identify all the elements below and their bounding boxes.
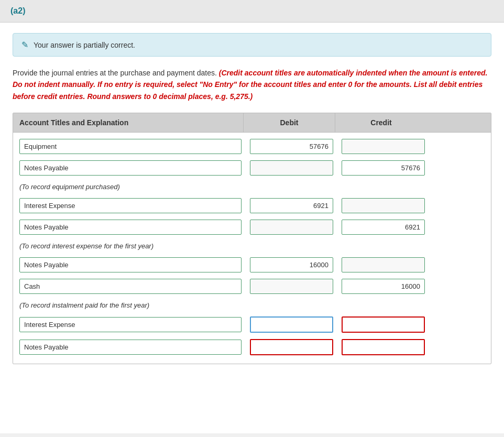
entry2-description: (To record interest expense for the firs… [15, 239, 489, 255]
entry1-row1-debit-input[interactable] [250, 139, 333, 154]
entry4-row1-credit-input[interactable] [342, 316, 425, 333]
entry2-row1-account-cell [15, 196, 246, 215]
entry3-row1 [15, 255, 489, 275]
entry4-row2-credit-cell [337, 337, 429, 357]
instructions-prefix: Provide the journal entries at the purch… [13, 69, 217, 77]
entry4-row1-account-cell [15, 315, 246, 334]
entry4-row2-account-cell [15, 337, 246, 357]
entry4-row1-debit-cell [246, 314, 337, 335]
entry4-row1-account-input[interactable] [19, 317, 242, 332]
entry2-row2-credit-input[interactable] [342, 220, 425, 235]
main-content: ✎ Your answer is partially correct. Prov… [0, 23, 504, 433]
entry1-row1-account-input[interactable] [19, 139, 242, 154]
entry3-row2-debit-input[interactable] [250, 279, 333, 294]
entry1-row1-credit-input[interactable] [342, 139, 425, 154]
entry2-row2-credit-cell [337, 217, 429, 237]
entry2-row1-debit-input[interactable] [250, 198, 333, 213]
entry2-row1-debit-cell [246, 196, 337, 215]
entry2-row1-account-input[interactable] [19, 198, 242, 213]
entry4-row2-account-input[interactable] [19, 340, 242, 355]
col-header-credit: Credit [335, 113, 427, 132]
entry2-row2 [15, 217, 489, 237]
entry2-row1-credit-input[interactable] [342, 198, 425, 213]
instructions: Provide the journal entries at the purch… [13, 67, 491, 102]
entry3-row2-credit-cell [337, 277, 429, 296]
journal-table: Account Titles and Explanation Debit Cre… [13, 113, 491, 364]
entry2-row1 [15, 196, 489, 215]
entry1-row1 [15, 137, 489, 156]
col-header-account: Account Titles and Explanation [13, 113, 244, 132]
entry2-row2-debit-cell [246, 217, 337, 237]
entry1-row2-account-input[interactable] [19, 160, 242, 176]
entry3-row1-credit-cell [337, 255, 429, 275]
entry2-row2-account-input[interactable] [19, 220, 242, 235]
entry4-row2-debit-cell [246, 337, 337, 357]
entry1-row2-account-cell [15, 158, 246, 178]
entry4-row2-credit-input[interactable] [342, 339, 425, 355]
col-header-debit: Debit [244, 113, 335, 132]
entry4-row1-debit-input[interactable] [250, 316, 333, 333]
entry2-row2-debit-input[interactable] [250, 220, 333, 235]
entry3-row1-debit-input[interactable] [250, 257, 333, 272]
entry3-row1-credit-input[interactable] [342, 257, 425, 272]
alert-box: ✎ Your answer is partially correct. [13, 33, 491, 57]
entry2-row2-account-cell [15, 217, 246, 237]
entry1-row2-credit-input[interactable] [342, 160, 425, 176]
entry1-description: (To record equipment purchased) [15, 180, 489, 196]
page-header: (a2) [0, 0, 504, 23]
entry3-row2 [15, 277, 489, 296]
entry1-row2-debit-input[interactable] [250, 160, 333, 176]
entry1-row2-debit-cell [246, 158, 337, 178]
entry3-row1-debit-cell [246, 255, 337, 275]
entry4-row1-credit-cell [337, 314, 429, 335]
pencil-icon: ✎ [21, 40, 28, 50]
entry4-row2 [15, 337, 489, 357]
entry3-row2-credit-input[interactable] [342, 279, 425, 294]
entry3-row2-account-input[interactable] [19, 279, 242, 294]
table-header-row: Account Titles and Explanation Debit Cre… [13, 113, 491, 133]
entry3-description: (To record instalment paid for the first… [15, 298, 489, 314]
entry4-row1 [15, 314, 489, 335]
entry2-row1-credit-cell [337, 196, 429, 215]
entry3-row2-debit-cell [246, 277, 337, 296]
alert-message: Your answer is partially correct. [34, 41, 135, 49]
entries-area: (To record equipment purchased) [13, 133, 491, 364]
entry3-row1-account-input[interactable] [19, 257, 242, 272]
entry3-row2-account-cell [15, 277, 246, 296]
entry1-row2-credit-cell [337, 158, 429, 178]
entry1-row1-debit-cell [246, 137, 337, 156]
entry1-row1-credit-cell [337, 137, 429, 156]
entry1-row2 [15, 158, 489, 178]
entry3-row1-account-cell [15, 255, 246, 275]
entry4-row2-debit-input[interactable] [250, 339, 333, 355]
entry1-row1-account-cell [15, 137, 246, 156]
page-title: (a2) [10, 6, 25, 15]
